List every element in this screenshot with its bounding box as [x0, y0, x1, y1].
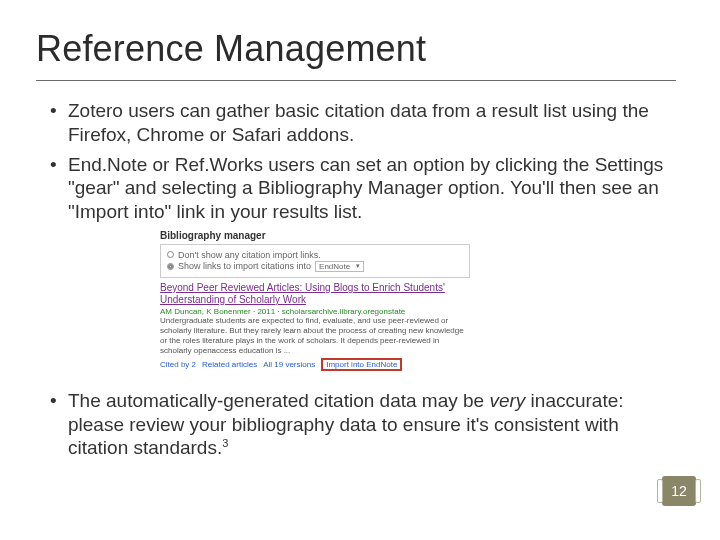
slide-title: Reference Management [36, 28, 684, 70]
slide-body: Zotero users can gather basic citation d… [0, 81, 720, 460]
bullet-list: Zotero users can gather basic citation d… [50, 99, 670, 224]
page-number-badge: 12 [662, 476, 696, 506]
bullet-3: The automatically-generated citation dat… [50, 389, 670, 460]
slide: Reference Management Zotero users can ga… [0, 0, 720, 540]
title-block: Reference Management [0, 0, 720, 76]
bibliography-dropdown: EndNote ▾ [315, 261, 364, 272]
result-meta: AM Duncan, K Bonenmer · 2011 · scholarsa… [160, 307, 470, 316]
figure-options-box: Don't show any citation import links. Sh… [160, 244, 470, 278]
cited-by-link: Cited by 2 [160, 360, 196, 369]
dropdown-value: EndNote [319, 262, 350, 271]
bibliography-figure: Bibliography manager Don't show any cita… [160, 230, 470, 371]
result-links-row: Cited by 2 Related articles All 19 versi… [160, 358, 470, 371]
figure-option-2: Show links to import citations into EndN… [167, 261, 463, 272]
bullet-3-em: very [489, 390, 525, 411]
bullet-3-sup: 3 [222, 437, 228, 449]
result-snippet: Undergraduate students are expected to f… [160, 316, 470, 356]
result-title: Beyond Peer Reviewed Articles: Using Blo… [160, 282, 470, 306]
bullet-list-2: The automatically-generated citation dat… [50, 389, 670, 460]
option-2-label: Show links to import citations into [178, 261, 311, 271]
option-1-label: Don't show any citation import links. [178, 250, 321, 260]
figure-header: Bibliography manager [160, 230, 470, 241]
page-number: 12 [671, 483, 687, 499]
bullet-3-pre: The automatically-generated citation dat… [68, 390, 489, 411]
figure-option-1: Don't show any citation import links. [167, 250, 463, 260]
radio-icon [167, 251, 174, 258]
import-link-highlight: Import into EndNote [321, 358, 402, 371]
bullet-2: End.Note or Ref.Works users can set an o… [50, 153, 670, 224]
bullet-1: Zotero users can gather basic citation d… [50, 99, 670, 147]
radio-selected-icon [167, 263, 174, 270]
versions-link: All 19 versions [263, 360, 315, 369]
related-link: Related articles [202, 360, 257, 369]
chevron-down-icon: ▾ [356, 262, 360, 270]
